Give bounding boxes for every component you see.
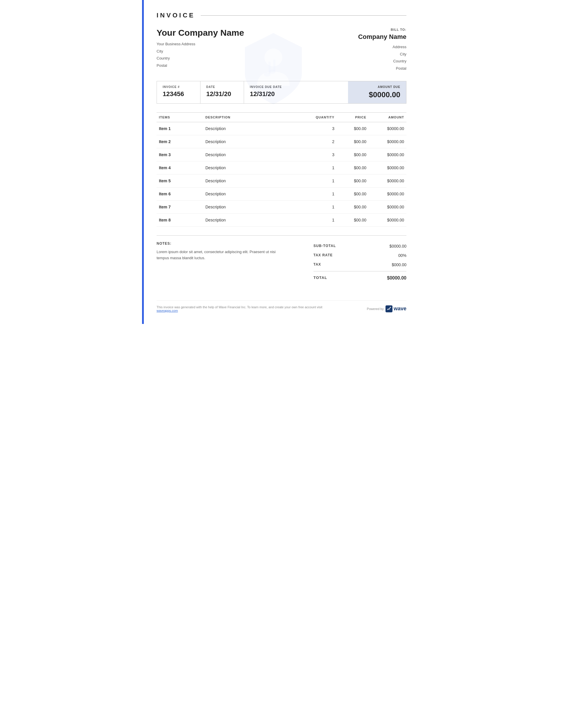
table-row: Item 6 Description 1 $00.00 $0000.00 (156, 187, 407, 200)
item-desc-2: Description (203, 148, 308, 161)
date-value: 12/31/20 (206, 90, 238, 98)
item-name-1: Item 2 (156, 135, 203, 148)
amount-due-value: $0000.00 (354, 90, 400, 99)
table-row: Item 4 Description 1 $00.00 $0000.00 (156, 161, 407, 174)
item-name-5: Item 6 (156, 187, 203, 200)
tax-rate-value: 00% (398, 253, 407, 258)
notes-section: NOTES: Lorem ipsum dolor sit amet, conse… (156, 242, 287, 283)
item-name-4: Item 5 (156, 174, 203, 187)
from-postal: Postal (156, 62, 358, 69)
col-header-description: DESCRIPTION (203, 112, 308, 122)
subtotal-label: SUB-TOTAL (314, 244, 336, 248)
item-price-3: $00.00 (337, 161, 369, 174)
wave-icon (386, 305, 393, 312)
due-date-value: 12/31/20 (250, 90, 282, 98)
table-row: Item 1 Description 3 $00.00 $0000.00 (156, 122, 407, 135)
powered-by: Powered by wave (367, 305, 407, 312)
bottom-section: NOTES: Lorem ipsum dolor sit amet, conse… (156, 235, 407, 283)
meta-bar-left: INVOICE # 123456 DATE 12/31/20 INVOICE D… (157, 81, 348, 103)
invoice-title-row: INVOICE (156, 12, 407, 19)
item-qty-7: 1 (308, 213, 337, 226)
powered-by-text: Powered by (367, 307, 384, 311)
notes-text: Lorem ipsum dolor sit amet, consectetur … (156, 249, 287, 261)
svg-point-2 (264, 73, 270, 77)
item-name-2: Item 3 (156, 148, 203, 161)
due-date-label: INVOICE DUE DATE (250, 85, 282, 89)
footer-text: This invoice was generated with the help… (156, 305, 331, 312)
item-qty-0: 3 (308, 122, 337, 135)
item-desc-0: Description (203, 122, 308, 135)
footer: This invoice was generated with the help… (156, 300, 407, 312)
invoice-number-label: INVOICE # (163, 85, 194, 89)
bill-to-country: Country (358, 58, 407, 65)
totals-divider (314, 271, 407, 271)
from-address: Your Business Address (156, 41, 358, 48)
item-amount-1: $0000.00 (369, 135, 407, 148)
col-header-price: PRICE (337, 112, 369, 122)
item-amount-5: $0000.00 (369, 187, 407, 200)
wave-logo: wave (386, 305, 407, 312)
item-price-4: $00.00 (337, 174, 369, 187)
item-qty-2: 3 (308, 148, 337, 161)
item-price-6: $00.00 (337, 200, 369, 213)
item-qty-1: 2 (308, 135, 337, 148)
item-name-6: Item 7 (156, 200, 203, 213)
item-desc-3: Description (203, 161, 308, 174)
amount-due-label: AMOUNT DUE (354, 85, 400, 89)
top-section: Your Company Name Your Business Address … (156, 28, 407, 72)
bill-to-postal: Postal (358, 65, 407, 72)
item-price-5: $00.00 (337, 187, 369, 200)
col-header-amount: AMOUNT (369, 112, 407, 122)
item-desc-4: Description (203, 174, 308, 187)
tax-row: TAX $000.00 (314, 260, 407, 269)
col-header-items: ITEMS (156, 112, 203, 122)
item-price-7: $00.00 (337, 213, 369, 226)
table-row: Item 3 Description 3 $00.00 $0000.00 (156, 148, 407, 161)
totals-section: SUB-TOTAL $0000.00 TAX RATE 00% TAX $000… (314, 242, 407, 283)
item-name-3: Item 4 (156, 161, 203, 174)
tax-rate-row: TAX RATE 00% (314, 251, 407, 260)
footer-text-content: This invoice was generated with the help… (156, 305, 322, 309)
item-desc-5: Description (203, 187, 308, 200)
table-row: Item 5 Description 1 $00.00 $0000.00 (156, 174, 407, 187)
col-header-quantity: QUANTITY (308, 112, 337, 122)
item-name-7: Item 8 (156, 213, 203, 226)
invoice-number-value: 123456 (163, 90, 194, 98)
item-name-0: Item 1 (156, 122, 203, 135)
invoice-number-cell: INVOICE # 123456 (157, 81, 200, 103)
notes-label: NOTES: (156, 242, 287, 246)
tax-rate-label: TAX RATE (314, 253, 333, 258)
item-desc-1: Description (203, 135, 308, 148)
table-row: Item 7 Description 1 $00.00 $0000.00 (156, 200, 407, 213)
item-desc-7: Description (203, 213, 308, 226)
item-price-0: $00.00 (337, 122, 369, 135)
subtotal-value: $0000.00 (390, 244, 407, 248)
bill-to-city: City (358, 51, 407, 58)
tax-value: $000.00 (392, 262, 407, 267)
item-amount-3: $0000.00 (369, 161, 407, 174)
table-row: Item 8 Description 1 $00.00 $0000.00 (156, 213, 407, 226)
item-qty-4: 1 (308, 174, 337, 187)
wave-brand-text: wave (394, 306, 407, 312)
from-city: City (156, 48, 358, 55)
tax-label: TAX (314, 262, 321, 267)
date-label: DATE (206, 85, 238, 89)
footer-link[interactable]: waveapps.com (156, 309, 178, 312)
table-row: Item 2 Description 2 $00.00 $0000.00 (156, 135, 407, 148)
due-date-cell: INVOICE DUE DATE 12/31/20 (244, 81, 288, 103)
item-price-1: $00.00 (337, 135, 369, 148)
amount-due-cell: AMOUNT DUE $0000.00 (348, 81, 406, 103)
item-amount-6: $0000.00 (369, 200, 407, 213)
total-row: TOTAL $0000.00 (314, 273, 407, 283)
from-section: Your Company Name Your Business Address … (156, 28, 358, 72)
item-amount-7: $0000.00 (369, 213, 407, 226)
company-name: Your Company Name (156, 28, 358, 38)
total-value: $0000.00 (387, 275, 407, 281)
item-desc-6: Description (203, 200, 308, 213)
from-country: Country (156, 55, 358, 62)
item-qty-3: 1 (308, 161, 337, 174)
item-amount-0: $0000.00 (369, 122, 407, 135)
item-qty-5: 1 (308, 187, 337, 200)
item-amount-2: $0000.00 (369, 148, 407, 161)
item-amount-4: $0000.00 (369, 174, 407, 187)
